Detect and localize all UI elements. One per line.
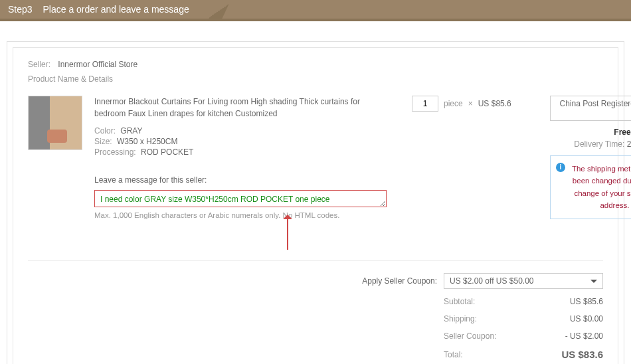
step-title: Place a order and leave a message	[43, 4, 189, 15]
size-value: W350 x H250CM	[117, 137, 177, 146]
times-icon: ×	[468, 96, 473, 112]
processing-label: Processing:	[94, 147, 136, 157]
message-section: Leave a message for this seller: I need …	[94, 175, 387, 252]
shipping-notice-text: The shipping method has been changed due…	[572, 165, 631, 209]
message-hint: Max. 1,000 English characters or Arabic …	[94, 211, 387, 219]
attr-color: Color: GRAY	[94, 126, 387, 136]
attr-size: Size: W350 x H250CM	[94, 137, 387, 146]
shipping-cost-row: Shipping: US $0.00	[28, 310, 603, 327]
delivery-label: Delivery Time:	[574, 139, 624, 149]
delivery-time: Delivery Time: 27-43 days	[550, 139, 631, 149]
total-label: Total:	[444, 350, 523, 359]
coupon-select[interactable]: US $2.00 off US $50.00	[444, 273, 603, 289]
order-summary: Apply Seller Coupon: US $2.00 off US $50…	[28, 260, 603, 364]
delivery-value: 27-43 days	[627, 139, 631, 149]
quantity-input[interactable]	[412, 96, 438, 112]
color-value: GRAY	[120, 126, 142, 136]
product-title: Innermor Blackout Curtains For Living ro…	[94, 96, 387, 120]
seller-coupon-row: Seller Coupon: - US $2.00	[28, 327, 603, 345]
shipping-cost-value: US $0.00	[523, 314, 603, 323]
shipping-method-select[interactable]: China Post Registered Air Mail	[550, 96, 631, 121]
coupon-row: Apply Seller Coupon: US $2.00 off US $50…	[28, 269, 603, 293]
subtotal-value: US $85.6	[523, 297, 603, 306]
shipping-notice: i The shipping method has been changed d…	[550, 155, 631, 219]
seller-name: Innermor Official Store	[58, 60, 137, 69]
shipping-cost-label: Shipping:	[444, 314, 523, 323]
product-details-label: Product Name & Details	[28, 74, 603, 84]
message-label: Leave a message for this seller:	[94, 175, 387, 185]
unit-label: piece	[444, 96, 463, 112]
seller-label: Seller:	[28, 60, 50, 69]
step-header: Step3 Place a order and leave a message	[0, 0, 631, 21]
seller-coupon-value: - US $2.00	[523, 331, 603, 341]
annotation-arrow	[94, 219, 387, 252]
message-input[interactable]: I need color GRAY size W350*H250cm ROD P…	[94, 190, 387, 207]
attr-processing: Processing: ROD POCKET	[94, 147, 387, 157]
processing-value: ROD POCKET	[141, 147, 193, 157]
seller-row: Seller: Innermor Official Store	[28, 60, 603, 69]
qty-price: piece × US $85.6	[399, 96, 531, 252]
subtotal-label: Subtotal:	[444, 297, 523, 306]
seller-coupon-label: Seller Coupon:	[444, 331, 523, 341]
subtotal-row: Subtotal: US $85.6	[28, 293, 603, 310]
product-info: Innermor Blackout Curtains For Living ro…	[94, 96, 387, 252]
order-container: Seller: Innermor Official Store Product …	[13, 47, 618, 364]
total-value: US $83.6	[523, 349, 603, 360]
product-thumbnail[interactable]	[28, 96, 82, 150]
unit-price: US $85.6	[478, 96, 511, 112]
product-row: Innermor Blackout Curtains For Living ro…	[28, 96, 603, 252]
coupon-label: Apply Seller Coupon:	[362, 276, 437, 286]
shipping-column: China Post Registered Air Mail Free ship…	[543, 96, 631, 252]
info-icon: i	[556, 163, 565, 172]
outer-frame: Seller: Innermor Official Store Product …	[7, 41, 624, 364]
color-label: Color:	[94, 126, 116, 136]
total-row: Total: US $83.6	[28, 345, 603, 364]
free-shipping-label: Free shipping	[550, 128, 631, 137]
step-number: Step3	[8, 4, 33, 15]
size-label: Size:	[94, 137, 112, 146]
